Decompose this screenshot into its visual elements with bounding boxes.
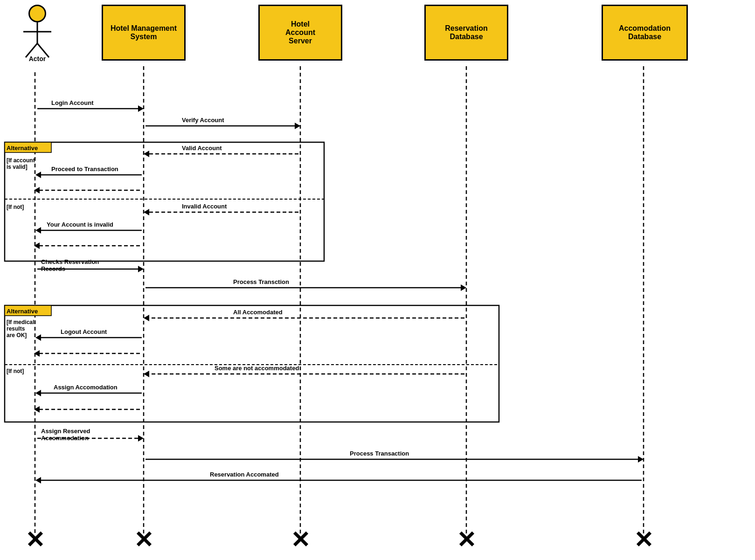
lifeline-rdb-label: ReservationDatabase [445,24,488,41]
svg-marker-50 [144,315,149,321]
lifeline-adb: AccomodationDatabase [602,5,688,61]
svg-text:[If medical: [If medical [7,319,34,325]
svg-text:All Accomodated: All Accomodated [233,309,283,316]
svg-arrows: Alternative [If account is valid] [If no… [0,0,755,560]
svg-text:Reservation Accomated: Reservation Accomated [210,471,279,478]
svg-text:[If not]: [If not] [7,368,24,374]
svg-marker-73 [35,477,41,484]
svg-text:Process Transaction: Process Transaction [350,450,409,457]
svg-marker-53 [35,334,41,341]
svg-marker-70 [638,456,644,463]
svg-rect-5 [5,142,324,261]
svg-marker-66 [138,435,144,442]
lifeline-hms-label: Hotel Management System [107,24,180,41]
svg-text:Proceed to Transaction: Proceed to Transaction [51,166,118,173]
actor-figure: Actor [21,5,54,62]
svg-text:✕: ✕ [291,527,310,553]
svg-text:Some are not accommodated: Some are not accommodated [215,365,299,372]
svg-text:Login Account: Login Account [51,99,94,106]
svg-text:✕: ✕ [634,527,653,553]
svg-text:is valid]: is valid] [7,164,28,170]
svg-text:Verify Account: Verify Account [182,117,224,124]
lifeline-has: HotelAccountServer [258,5,342,61]
svg-marker-43 [138,266,144,272]
svg-text:Valid Account: Valid Account [182,145,222,152]
svg-text:Invalid Account: Invalid Account [182,203,227,210]
svg-text:Process Transction: Process Transction [233,278,289,285]
svg-text:are OK]: are OK] [7,332,27,339]
svg-text:✕: ✕ [25,527,45,553]
lifeline-has-label: HotelAccountServer [285,20,315,45]
actor-body-svg [21,22,54,60]
diagram-container: Alternative [If account is valid] [If no… [0,0,755,560]
svg-marker-24 [295,123,300,129]
svg-text:[If not]: [If not] [7,204,24,210]
svg-text:Assign Accomodation: Assign Accomodation [54,384,118,391]
actor-label: Actor [29,55,46,62]
lifeline-adb-label: AccomodationDatabase [619,24,671,41]
svg-text:Logout Account: Logout Account [61,328,107,335]
svg-marker-30 [35,172,41,178]
lifeline-rdb: ReservationDatabase [424,5,508,61]
svg-text:Accommodation: Accommodation [41,435,89,442]
svg-text:Alternative: Alternative [7,308,38,315]
svg-text:Records: Records [41,265,65,272]
svg-marker-61 [35,390,41,396]
svg-marker-47 [461,284,466,291]
svg-text:Checks Reservation: Checks Reservation [41,258,99,265]
svg-text:✕: ✕ [457,527,476,553]
svg-marker-21 [138,105,144,112]
svg-text:results: results [7,325,25,332]
lifeline-hms: Hotel Management System [102,5,186,61]
svg-text:[If account: [If account [7,157,35,164]
svg-text:Assign Reserved: Assign Reserved [41,428,90,435]
svg-text:Alternative: Alternative [7,145,38,152]
svg-marker-38 [35,227,41,234]
svg-text:✕: ✕ [134,527,153,553]
svg-marker-27 [144,151,149,157]
svg-marker-58 [144,371,149,377]
svg-rect-12 [5,305,499,422]
actor-head [28,5,46,22]
svg-marker-35 [144,209,149,215]
svg-text:Your Account is invalid: Your Account is invalid [47,221,113,228]
